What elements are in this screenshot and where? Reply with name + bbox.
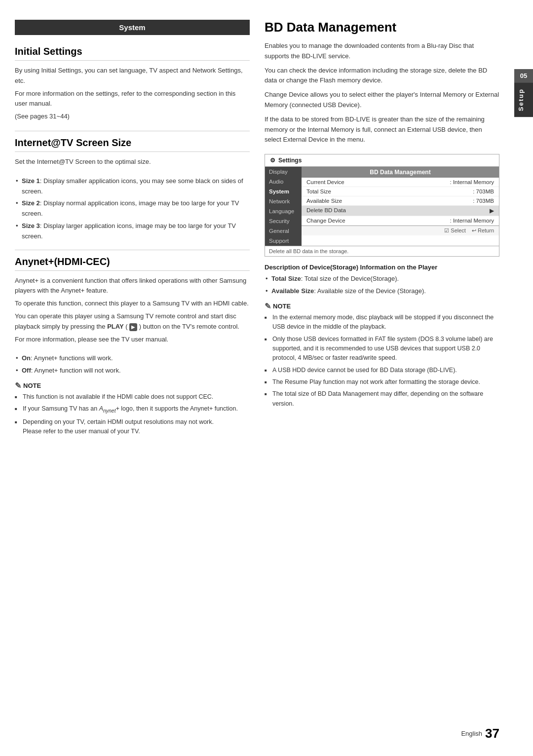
- left-column: System Initial Settings By using Initial…: [15, 20, 250, 736]
- size3-label: Size 3: [22, 222, 40, 229]
- anynet-note-header: ✎ NOTE: [15, 381, 250, 390]
- initial-settings-p1: By using Initial Settings, you can set l…: [15, 66, 250, 86]
- delete-bd-arrow: ▶: [490, 207, 494, 214]
- sidebar-audio: Audio: [265, 177, 302, 187]
- bd-p2: You can check the device information inc…: [265, 66, 499, 86]
- initial-settings-body: By using Initial Settings, you can set l…: [15, 66, 250, 122]
- size1-label: Size 1: [22, 177, 40, 185]
- anynet-off-item: Off: Anynet+ function will not work.: [15, 366, 250, 376]
- available-size-label: Available Size: [306, 198, 342, 204]
- sidebar-general: General: [265, 226, 302, 236]
- change-device-value: : Internal Memory: [450, 218, 494, 224]
- internet-screen-size-section: Internet@TV Screen Size Set the Internet…: [15, 137, 250, 242]
- size2-item: Size 2: Display normal application icons…: [15, 198, 250, 219]
- settings-footer: ☑ Select ↩ Return: [302, 226, 499, 235]
- anynet-note-label: NOTE: [23, 382, 41, 389]
- bd-note-5: The total size of BD Data Management may…: [265, 389, 499, 409]
- settings-sidebar: Display Audio System Network Language Se…: [265, 167, 302, 246]
- bd-p1: Enables you to manage the downloaded con…: [265, 41, 499, 62]
- current-device-value: : Internal Memory: [450, 179, 494, 185]
- internet-intro-text: Set the Internet@TV Screen to the optima…: [15, 157, 250, 167]
- settings-panel-title: BD Data Management: [302, 167, 499, 178]
- size1-item: Size 1: Display smaller application icon…: [15, 176, 250, 197]
- anynet-off-text: : Anynet+ function will not work.: [31, 367, 121, 374]
- note-icon: ✎: [15, 381, 21, 390]
- select-footer: ☑ Select: [444, 227, 466, 234]
- sidebar-language: Language: [265, 206, 302, 216]
- anynet-note-3: Depending on your TV, certain HDMI outpu…: [15, 417, 250, 437]
- bd-p4: If the data to be stored from BD-LIVE is…: [265, 114, 499, 145]
- settings-row-current-device: Current Device : Internal Memory: [302, 178, 499, 187]
- anynet-on-item: On: Anynet+ functions will work.: [15, 353, 250, 364]
- settings-screenshot-box: ⚙ Settings Display Audio System Network …: [265, 154, 499, 257]
- total-size-desc-label: Total Size: [271, 275, 301, 282]
- initial-settings-p3: (See pages 31~44): [15, 112, 250, 122]
- bd-note-header: ✎ NOTE: [265, 302, 499, 311]
- settings-row-total-size: Total Size : 703MB: [302, 187, 499, 196]
- settings-row-change-device: Change Device : Internal Memory: [302, 216, 499, 226]
- size2-text: : Display normal application icons, imag…: [22, 199, 239, 217]
- settings-footer-note: Delete all BD data in the storage.: [265, 246, 499, 256]
- bd-note-section: ✎ NOTE In the external memory mode, disc…: [265, 302, 499, 409]
- initial-settings-title: Initial Settings: [15, 46, 250, 61]
- page-number: 37: [485, 726, 499, 741]
- sidebar-support: Support: [265, 236, 302, 246]
- anynet-off-label: Off: [22, 367, 31, 374]
- internet-screen-size-title: Internet@TV Screen Size: [15, 137, 250, 152]
- anynet-notes-list: This function is not available if the HD…: [15, 392, 250, 437]
- anynet-note-section: ✎ NOTE This function is not available if…: [15, 381, 250, 437]
- anynet-p3: You can operate this player using a Sams…: [15, 311, 250, 332]
- total-size-desc: Total Size: Total size of the Device(Sto…: [265, 274, 499, 284]
- bd-notes-list: In the external memory mode, disc playba…: [265, 313, 499, 409]
- available-size-desc-text: : Available size of the Device (Storage)…: [314, 287, 426, 295]
- settings-row-available-size: Available Size : 703MB: [302, 196, 499, 206]
- bd-data-management-title: BD Data Management: [265, 20, 499, 35]
- bd-note-2: Only those USB devices formatted in FAT …: [265, 335, 499, 363]
- size2-label: Size 2: [22, 199, 40, 207]
- settings-box-title: ⚙ Settings: [265, 154, 499, 167]
- sidebar-display: Display: [265, 167, 302, 177]
- delete-bd-label: Delete BD Data: [306, 207, 346, 214]
- settings-label: Settings: [278, 157, 302, 164]
- sidebar-security: Security: [265, 216, 302, 226]
- bd-data-management-section: BD Data Management Enables you to manage…: [265, 20, 499, 409]
- available-size-value: : 703MB: [473, 198, 494, 204]
- bd-p3: Change Device allows you to select eithe…: [265, 90, 499, 111]
- bd-note-3: A USB HDD device cannot be used for BD D…: [265, 366, 499, 375]
- anynet-p1: Anynet+ is a convenient function that of…: [15, 276, 250, 297]
- desc-items-list: Total Size: Total size of the Device(Sto…: [265, 274, 499, 297]
- size1-text: : Display smaller application icons, you…: [22, 177, 243, 195]
- anynet-section: Anynet+(HDMI-CEC) Anynet+ is a convenien…: [15, 256, 250, 437]
- size3-item: Size 3: Display larger application icons…: [15, 221, 250, 242]
- total-size-label: Total Size: [306, 189, 331, 194]
- bd-note-icon: ✎: [265, 302, 271, 311]
- chapter-label: Setup: [514, 82, 533, 117]
- return-footer: ↩ Return: [472, 227, 494, 234]
- chapter-number: 05: [514, 69, 533, 82]
- available-size-desc-label: Available Size: [271, 287, 314, 295]
- settings-row-delete-bd: Delete BD Data ▶: [302, 206, 499, 216]
- change-device-label: Change Device: [306, 218, 345, 224]
- right-column: BD Data Management Enables you to manage…: [265, 20, 499, 736]
- anynet-title: Anynet+(HDMI-CEC): [15, 256, 250, 271]
- internet-screen-size-intro: Set the Internet@TV Screen to the optima…: [15, 157, 250, 167]
- anynet-on-label: On: [22, 354, 31, 362]
- main-columns: System Initial Settings By using Initial…: [0, 20, 514, 736]
- internet-size-list: Size 1: Display smaller application icon…: [15, 176, 250, 242]
- anynet-on-text: : Anynet+ functions will work.: [31, 354, 113, 362]
- initial-settings-section: Initial Settings By using Initial Settin…: [15, 46, 250, 122]
- bd-body: Enables you to manage the downloaded con…: [265, 41, 499, 145]
- page-footer: English 37: [461, 726, 499, 741]
- settings-box-content: Display Audio System Network Language Se…: [265, 167, 499, 246]
- side-tab: 05 Setup: [514, 69, 533, 117]
- anynet-note-2: If your Samsung TV has an Anynet+ logo, …: [15, 404, 250, 415]
- bd-note-4: The Resume Play function may not work af…: [265, 378, 499, 387]
- gear-icon: ⚙: [270, 157, 275, 164]
- sidebar-system: System: [265, 187, 302, 196]
- anynet-body: Anynet+ is a convenient function that of…: [15, 276, 250, 345]
- current-device-label: Current Device: [306, 179, 344, 185]
- available-size-desc: Available Size: Available size of the De…: [265, 286, 499, 297]
- total-size-desc-text: : Total size of the Device(Storage).: [301, 275, 399, 282]
- anynet-p2: To operate this function, connect this p…: [15, 299, 250, 309]
- anynet-note-1: This function is not available if the HD…: [15, 392, 250, 402]
